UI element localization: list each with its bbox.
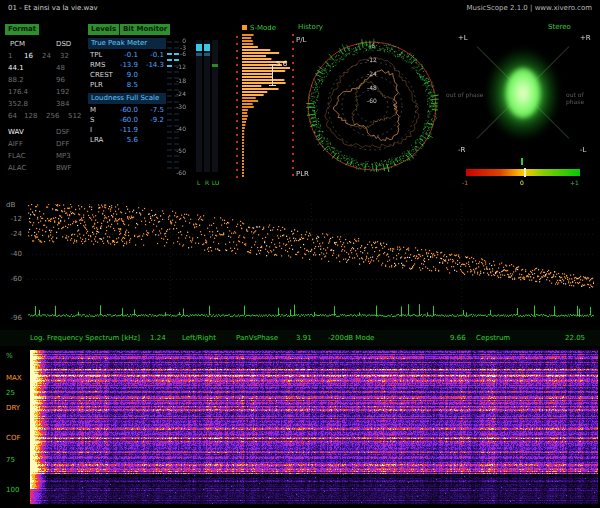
- rate-44-1: 44.1: [8, 64, 24, 72]
- ring-label-24: -24: [363, 70, 381, 77]
- mode-button-pan-vs-phase[interactable]: PanVsPhase: [236, 334, 278, 342]
- loudness-header: Loudness Full Scale: [88, 93, 166, 104]
- spectrum-footer: Log. Frequency Spectrum [kHz] 1.24 Left/…: [0, 330, 600, 346]
- out-of-phase-right: out of phase: [566, 91, 600, 105]
- integrated-label: I: [90, 126, 92, 134]
- correlation-min: -1: [462, 179, 468, 186]
- levels-panel-title: Levels: [88, 24, 119, 35]
- meter-tick-24: -24: [168, 90, 186, 97]
- history-title[interactable]: History: [298, 23, 323, 32]
- mode-button-200db[interactable]: -200dB Mode: [328, 334, 374, 342]
- format-col-pcm: PCM: [10, 40, 25, 49]
- meter-channel-l: L: [197, 179, 200, 186]
- freq-marker-3-91: 3.91: [296, 334, 312, 342]
- spectrogram-tick-100: 100: [6, 486, 19, 495]
- crest-label: CREST: [90, 71, 113, 79]
- correlation-center-tick: [521, 158, 523, 165]
- spectrum-tick-60: -60: [0, 275, 22, 283]
- row-crest: CREST 9.0: [90, 71, 162, 80]
- stereo-title[interactable]: Stereo: [548, 23, 571, 32]
- ring-label-12: -12: [363, 56, 381, 63]
- rms-label: RMS: [90, 61, 105, 69]
- musicscope-window: 01 - Et ainsi va la vie.wav MusicScope 2…: [0, 0, 600, 508]
- momentary-v1: -60.0: [112, 106, 138, 115]
- ring-label-60: -60: [363, 97, 381, 104]
- spectrum-tick-40: -40: [0, 250, 22, 258]
- history-plr-label: PLR: [296, 170, 309, 179]
- format-col-dsd: DSD: [56, 40, 71, 49]
- level-meter-canvas: [196, 40, 220, 178]
- smode-red-scale: [236, 36, 238, 178]
- spectrogram-max-control[interactable]: MAX: [6, 374, 22, 383]
- rate-352-8: 352.8: [8, 100, 28, 108]
- row-integrated: I -11.9: [90, 126, 162, 135]
- smode-label[interactable]: S-Mode: [250, 24, 276, 33]
- meter-tick-6: -6: [168, 50, 186, 57]
- meter-tick-18: -18: [168, 77, 186, 84]
- bit-depth-16: 16: [24, 52, 33, 61]
- history-left-scale: [292, 34, 294, 178]
- rate-48: 48: [56, 64, 65, 73]
- meter-tick-40: -40: [168, 125, 186, 132]
- smode-color-swatch: [242, 25, 247, 30]
- rate-176-4: 176.4: [8, 88, 28, 96]
- container-row-aiff: AIFF DFF: [8, 140, 23, 149]
- gonio-corner-minus-r: -R: [458, 146, 465, 155]
- spectrogram-canvas: [30, 350, 598, 504]
- spectrogram-percent-label: %: [6, 352, 13, 361]
- row-plr: PLR 8.5: [90, 81, 162, 90]
- mode-button-cepstrum[interactable]: Cepstrum: [476, 334, 510, 342]
- row-rms: RMS -13.9 -14.3: [90, 61, 162, 70]
- row-tpl: TPL -0.1 -0.1: [90, 51, 162, 60]
- row-lra: LRA 5.6: [90, 136, 162, 145]
- correlation-mid: 0: [520, 179, 524, 186]
- mode-button-left-right[interactable]: Left/Right: [182, 334, 216, 342]
- plr-label: PLR: [90, 81, 103, 89]
- rate-96: 96: [56, 76, 65, 85]
- tpl-right: -0.1: [138, 51, 164, 60]
- spectrogram-dry-control[interactable]: DRY: [6, 404, 20, 413]
- meter-tick-50: -50: [168, 147, 186, 154]
- container-alac: ALAC: [8, 164, 26, 172]
- spectrogram-cof-control[interactable]: COF: [6, 434, 20, 443]
- rate-row-88: 88.2 96: [8, 76, 24, 85]
- gonio-corner-plus-l: +L: [458, 34, 468, 43]
- tpl-label: TPL: [90, 51, 102, 59]
- meter-channel-lu: LU: [212, 179, 219, 186]
- integrated-value: -11.9: [112, 126, 138, 135]
- rms-left: -13.9: [112, 61, 138, 70]
- rate-row-44: 44.1 48: [8, 64, 24, 73]
- spectrogram-tick-75: 75: [6, 456, 15, 465]
- rate-384: 384: [56, 100, 69, 109]
- correlation-meter-bar: [466, 169, 580, 176]
- meter-tick-0: 0: [168, 37, 186, 44]
- smode-canvas: [242, 34, 290, 178]
- rate-88-2: 88.2: [8, 76, 24, 84]
- container-dff: DFF: [56, 140, 69, 149]
- dsd-64: 64: [8, 112, 17, 121]
- container-aiff: AIFF: [8, 140, 23, 148]
- row-momentary: M -60.0 -7.5: [90, 106, 162, 115]
- freq-marker-9-66: 9.66: [450, 334, 466, 342]
- container-mp3: MP3: [56, 152, 71, 161]
- lra-label: LRA: [90, 136, 103, 144]
- container-bwf: BWF: [56, 164, 72, 173]
- out-of-phase-left: out of phase: [446, 91, 484, 98]
- container-row-flac: FLAC MP3: [8, 152, 26, 161]
- container-row-alac: ALAC BWF: [8, 164, 26, 173]
- shortterm-v1: -60.0: [112, 116, 138, 125]
- goniometer-blob-core: [506, 68, 540, 118]
- lra-value: 5.6: [112, 136, 138, 145]
- correlation-max: +1: [570, 179, 579, 186]
- bit-monitor-title: Bit Monitor: [120, 24, 170, 35]
- shortterm-v2: -9.2: [138, 116, 164, 125]
- dsd-256: 256: [46, 112, 59, 121]
- container-wav: WAV: [8, 128, 24, 136]
- spectrogram-tick-25: 25: [6, 389, 15, 398]
- bit-depth-32: 32: [60, 52, 69, 61]
- container-dsf: DSF: [56, 128, 70, 137]
- dsd-128: 128: [24, 112, 37, 121]
- spectrum-unit: dB: [6, 201, 15, 210]
- container-row-wav: WAV DSF: [8, 128, 24, 137]
- smode-lra-readout: 5.6: [276, 60, 287, 69]
